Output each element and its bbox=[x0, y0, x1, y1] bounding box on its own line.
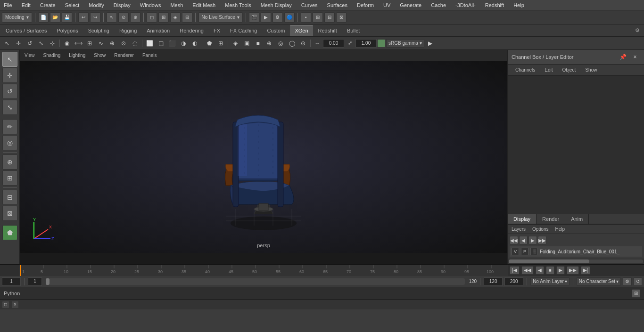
paint-tool-sidebar[interactable]: ✏ bbox=[2, 119, 17, 134]
select-tool-sidebar[interactable]: ↖ bbox=[2, 52, 17, 67]
panel-pin-btn[interactable]: 📌 bbox=[618, 52, 628, 62]
save-file-btn[interactable]: 💾 bbox=[62, 12, 72, 23]
layer-end-btn[interactable]: ▶▶ bbox=[538, 236, 546, 244]
grid-btn[interactable]: ⊞ bbox=[215, 38, 226, 49]
live-surface-dropdown[interactable]: No Live Surface ▾ bbox=[198, 12, 243, 23]
playback-start-input[interactable] bbox=[484, 277, 503, 286]
light-btn[interactable]: ◑ bbox=[178, 38, 189, 49]
menu-help[interactable]: Help bbox=[512, 0, 526, 10]
xgen-sidebar[interactable]: ⬟ bbox=[2, 225, 17, 240]
sculpt-tool-sidebar[interactable]: ◎ bbox=[2, 135, 17, 150]
select-icon-btn[interactable]: ↖ bbox=[2, 38, 12, 49]
next-keyframe-btn[interactable]: ▶| bbox=[581, 266, 591, 275]
menu-redshift[interactable]: Redshift bbox=[483, 0, 506, 10]
layer-visible-btn[interactable]: V bbox=[512, 248, 519, 255]
tab-redshift[interactable]: Redshift bbox=[314, 25, 342, 36]
snap-proj-btn[interactable]: ◌ bbox=[130, 38, 140, 49]
shade-btn[interactable]: ■ bbox=[253, 38, 263, 49]
hypershade-btn[interactable]: 🔵 bbox=[284, 12, 295, 23]
play-fwd-btn[interactable]: ▶ bbox=[556, 266, 565, 275]
snap3-btn[interactable]: ◈ bbox=[170, 12, 181, 23]
redo-btn[interactable]: ↪ bbox=[90, 12, 100, 23]
step-back-btn[interactable]: ◀◀ bbox=[521, 266, 534, 275]
new-file-btn[interactable]: 📄 bbox=[38, 12, 49, 23]
char-set-dropdown[interactable]: No Character Set ▾ bbox=[577, 277, 621, 286]
select-tool-btn[interactable]: ↖ bbox=[107, 12, 117, 23]
layout4-btn[interactable]: ⊠ bbox=[336, 12, 347, 23]
menu-windows[interactable]: Windows bbox=[138, 0, 163, 10]
show-btn[interactable]: ◈ bbox=[230, 38, 240, 49]
layout2-btn[interactable]: ⊞ bbox=[313, 12, 323, 23]
camera-btn[interactable]: ⬛ bbox=[167, 38, 177, 49]
rotate-tool-sidebar[interactable]: ↺ bbox=[2, 84, 17, 99]
vp-menu-renderer[interactable]: Renderer bbox=[112, 53, 136, 58]
viewport-canvas[interactable]: X Y Z persp bbox=[20, 61, 507, 253]
group-sidebar[interactable]: ⊟ bbox=[2, 190, 17, 205]
tabs-gear-icon[interactable]: ⚙ bbox=[632, 25, 643, 36]
render-btn[interactable]: 🎬 bbox=[249, 12, 259, 23]
char-set-settings-btn[interactable]: ⚙ bbox=[623, 277, 632, 286]
rotate-icon-btn[interactable]: ↺ bbox=[25, 38, 35, 49]
scale-tool-sidebar[interactable]: ⤡ bbox=[2, 100, 17, 115]
tex-btn[interactable]: ⊕ bbox=[264, 38, 274, 49]
vp-menu-panels[interactable]: Panels bbox=[140, 53, 159, 58]
layer-prev-btn[interactable]: ◀◀ bbox=[510, 236, 518, 244]
color-space-dropdown[interactable]: sRGB gamma ▾ bbox=[386, 39, 424, 48]
snap1-btn[interactable]: ◻ bbox=[147, 12, 157, 23]
tab-curves-surfaces[interactable]: Curves / Surfaces bbox=[1, 25, 51, 36]
panel-close-btn[interactable]: × bbox=[630, 52, 640, 62]
window-minimize-btn[interactable]: □ bbox=[2, 301, 9, 308]
menu-mesh-tools[interactable]: Mesh Tools bbox=[223, 0, 253, 10]
sym-btn[interactable]: ⟺ bbox=[73, 38, 83, 49]
soft-sel-btn[interactable]: ◉ bbox=[62, 38, 72, 49]
tab-fx-caching[interactable]: FX Caching bbox=[225, 25, 262, 36]
menu-generate[interactable]: Generate bbox=[398, 0, 423, 10]
time-slider[interactable] bbox=[46, 278, 465, 285]
scale-input[interactable] bbox=[355, 39, 377, 48]
menu-3dtall[interactable]: -3DtoAll- bbox=[454, 0, 478, 10]
move-tool-sidebar[interactable]: ✛ bbox=[2, 68, 17, 83]
snap-view-btn[interactable]: ⊙ bbox=[118, 38, 129, 49]
menu-uv[interactable]: UV bbox=[381, 0, 392, 10]
menu-deform[interactable]: Deform bbox=[355, 0, 376, 10]
wire-btn[interactable]: ▣ bbox=[241, 38, 252, 49]
tab-rendering[interactable]: Rendering bbox=[175, 25, 208, 36]
python-expand-btn[interactable]: ⊞ bbox=[632, 289, 640, 298]
tab-xgen[interactable]: XGen bbox=[290, 25, 313, 36]
cb-tab-channels[interactable]: Channels bbox=[512, 66, 539, 73]
res-btn[interactable]: ◯ bbox=[287, 38, 297, 49]
layer-type-btn[interactable]: ░ bbox=[530, 248, 538, 255]
layers-scrollbar[interactable] bbox=[508, 259, 644, 264]
lt-layers[interactable]: Layers bbox=[510, 226, 528, 233]
layer-back-btn[interactable]: ◀ bbox=[519, 236, 528, 244]
snap4-btn[interactable]: ⊟ bbox=[182, 12, 192, 23]
char-set-refresh-btn[interactable]: ↺ bbox=[634, 277, 642, 286]
lt-help[interactable]: Help bbox=[553, 226, 567, 233]
render2-btn[interactable]: ⬟ bbox=[204, 38, 215, 49]
menu-select[interactable]: Select bbox=[63, 0, 82, 10]
light2-btn[interactable]: ◎ bbox=[275, 38, 286, 49]
d-tab-display[interactable]: Display bbox=[508, 214, 537, 224]
frame-input2[interactable] bbox=[28, 277, 42, 286]
menu-cache[interactable]: Cache bbox=[429, 0, 448, 10]
d-tab-render[interactable]: Render bbox=[537, 214, 565, 224]
tab-sculpting[interactable]: Sculpting bbox=[83, 25, 114, 36]
scrollbar-thumb[interactable] bbox=[509, 259, 589, 263]
vp-menu-view[interactable]: View bbox=[23, 53, 37, 58]
cb-tab-object[interactable]: Object bbox=[559, 66, 580, 73]
res2-btn[interactable]: ⊙ bbox=[298, 38, 308, 49]
menu-edit[interactable]: Edit bbox=[20, 0, 33, 10]
paint-btn[interactable]: ⊕ bbox=[130, 12, 140, 23]
layer-fwd-btn[interactable]: ▶ bbox=[528, 236, 537, 244]
snap-tool-sidebar[interactable]: ⊕ bbox=[2, 154, 17, 170]
scale-icon-btn[interactable]: ⤡ bbox=[36, 38, 46, 49]
current-frame-input[interactable] bbox=[2, 277, 21, 286]
menu-mesh[interactable]: Mesh bbox=[168, 0, 185, 10]
anim-layer-dropdown[interactable]: No Anim Layer ▾ bbox=[530, 277, 570, 286]
menu-display[interactable]: Display bbox=[112, 0, 132, 10]
tab-bullet[interactable]: Bullet bbox=[342, 25, 365, 36]
move-icon-btn[interactable]: ✛ bbox=[13, 38, 24, 49]
universal-btn[interactable]: ⊹ bbox=[47, 38, 58, 49]
stop-btn[interactable]: ■ bbox=[546, 266, 554, 275]
python-input[interactable] bbox=[24, 291, 628, 296]
